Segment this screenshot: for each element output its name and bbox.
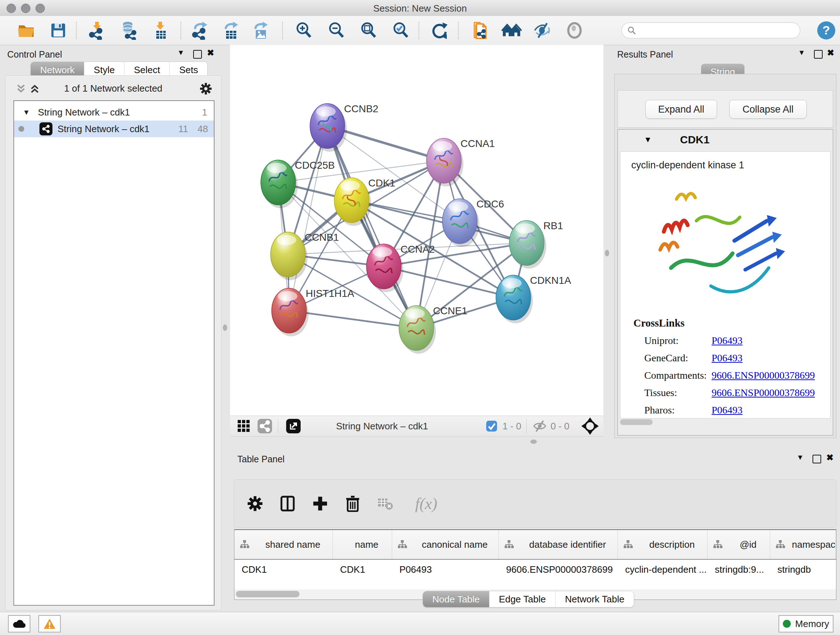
results-panel: Results Panel ▼ ✖ String Expand All Coll… [611,47,838,440]
results-panel-float-icon[interactable] [814,50,823,59]
crosslink-link[interactable]: P06493 [712,404,743,416]
right-splitter-handle[interactable] [605,250,609,256]
network-node-CCNA2[interactable] [366,244,403,292]
network-node-CCNA1[interactable] [426,138,463,187]
network-collection-row[interactable]: ▼ String Network – cdk1 1 [14,104,214,120]
section-collapse-triangle-icon[interactable]: ▼ [644,135,652,144]
export-image-icon[interactable] [250,20,271,41]
horizontal-splitter-handle[interactable] [531,440,537,444]
birds-eye-view-icon[interactable] [580,415,600,438]
document-network-icon[interactable] [470,20,490,41]
control-panel-float-icon[interactable] [193,50,202,59]
hidden-eye-icon[interactable] [532,415,548,438]
table-row[interactable]: CDK1CDK1P064939606.ENSP00000378699cyclin… [234,560,836,579]
column-header-namespace[interactable]: namespace [770,530,836,559]
zoom-fit-icon[interactable] [358,20,379,41]
delete-table-icon-disabled [374,492,397,515]
help-icon[interactable]: ? [816,20,836,41]
network-node-CDKN1A[interactable] [496,275,533,323]
network-node-HIST1H1A[interactable] [272,288,309,336]
toolbar-separator [526,419,527,433]
zoom-out-icon[interactable] [326,20,347,41]
network-node-CCNB1[interactable] [271,232,308,280]
table-hscrollbar-thumb[interactable] [236,591,300,597]
node-label-CCNB2: CCNB2 [344,103,378,114]
results-panel-close-icon[interactable]: ✖ [827,48,834,58]
column-header-database-identifier[interactable]: database identifier [499,530,618,559]
import-network-from-database-icon[interactable] [119,20,139,41]
homes-icon[interactable] [501,20,522,41]
select-columns-icon[interactable] [276,492,299,515]
tab-network-table[interactable]: Network Table [556,591,634,607]
zoom-selected-icon[interactable] [391,20,411,41]
node-label-CDKN1A: CDKN1A [530,275,571,286]
save-session-icon[interactable] [48,20,68,41]
gear-icon[interactable] [199,82,212,95]
column-header-canonical-name[interactable]: canonical name [392,530,499,559]
crosslink-link[interactable]: P06493 [712,335,743,347]
network-node-CCNE1[interactable] [399,306,436,354]
crosslink-label: Pharos: [644,404,712,416]
vertical-splitter-handle[interactable] [223,325,227,331]
network-node-CCNB2[interactable] [310,103,347,152]
hide-show-eye-icon[interactable] [532,20,553,41]
crosslink-row: Pharos:P06493 [644,404,830,416]
cloud-status-button[interactable] [8,615,30,632]
control-panel-menu-icon[interactable]: ▼ [177,49,185,57]
network-node-CDK1[interactable] [334,178,371,226]
crosslink-row: GeneCard:P06493 [644,352,830,364]
zoom-in-icon[interactable] [294,20,314,41]
apply-layout-icon[interactable] [429,20,450,41]
open-in-new-window-icon[interactable] [286,415,302,438]
column-header-@id[interactable]: @id [707,530,770,559]
eye-disabled-icon[interactable] [564,20,584,41]
delete-column-icon[interactable] [341,492,364,515]
table-toolbar: f(x) [234,479,836,528]
collection-label: String Network – cdk1 [38,107,130,118]
import-table-from-file-icon[interactable] [150,20,171,41]
share-view-icon[interactable] [257,415,273,438]
export-network-icon[interactable] [190,20,210,41]
search-input[interactable] [636,25,790,36]
window-title: Session: New Session [0,3,840,14]
memory-button[interactable]: Memory [778,615,834,632]
import-network-from-file-icon[interactable] [87,20,107,41]
protein-section-header[interactable]: ▼ CDK1 [618,130,833,150]
network-node-RB1[interactable] [509,220,546,269]
hidden-counts: 0 - 0 [551,421,569,432]
network-edge-CCNB2-HIST1H1A[interactable] [289,126,327,310]
results-hscrollbar-thumb[interactable] [620,419,653,425]
crosslink-link[interactable]: 9606.ENSP00000378699 [712,370,815,381]
grid-view-icon[interactable] [236,415,252,438]
collapse-all-button[interactable]: Collapse All [729,100,807,119]
selected-checkbox-icon[interactable] [485,415,498,438]
tab-edge-table[interactable]: Edge Table [489,591,556,607]
toolbar-separator [282,22,283,39]
column-header-name[interactable]: name [333,530,392,559]
node-label-CCNA2: CCNA2 [401,244,435,255]
node-label-RB1: RB1 [543,220,563,231]
crosslink-link[interactable]: 9606.ENSP00000378699 [712,387,815,399]
network-row-selected[interactable]: String Network – cdk1 11 48 [14,120,214,137]
tab-node-table[interactable]: Node Table [423,591,489,607]
edge-count: 48 [197,124,208,135]
table-panel-float-icon[interactable] [813,455,821,463]
table-panel-close-icon[interactable]: ✖ [826,453,834,463]
crosslink-link[interactable]: P06493 [712,352,743,364]
table-panel-menu-icon[interactable]: ▼ [797,453,804,462]
column-header-shared-name[interactable]: shared name [234,530,333,559]
results-panel-menu-icon[interactable]: ▼ [798,49,805,57]
expander-triangle-icon[interactable]: ▼ [23,108,30,117]
table-panel-title: Table Panel [237,454,285,464]
open-session-icon[interactable] [16,20,36,41]
export-table-icon[interactable] [221,20,241,41]
control-panel-close-icon[interactable]: ✖ [207,48,214,58]
add-column-icon[interactable] [309,492,332,515]
network-node-CDC6[interactable] [442,199,479,247]
table-gear-icon[interactable] [243,492,267,515]
network-view-canvas[interactable]: CCNB2CCNA1CDC25BCDK1CDC6RB1CCNB1CCNA2CDK… [230,45,603,416]
expand-all-button[interactable]: Expand All [645,100,717,119]
column-header-description[interactable]: description [618,530,707,559]
warning-status-button[interactable] [38,615,61,632]
search-field[interactable] [622,22,800,38]
